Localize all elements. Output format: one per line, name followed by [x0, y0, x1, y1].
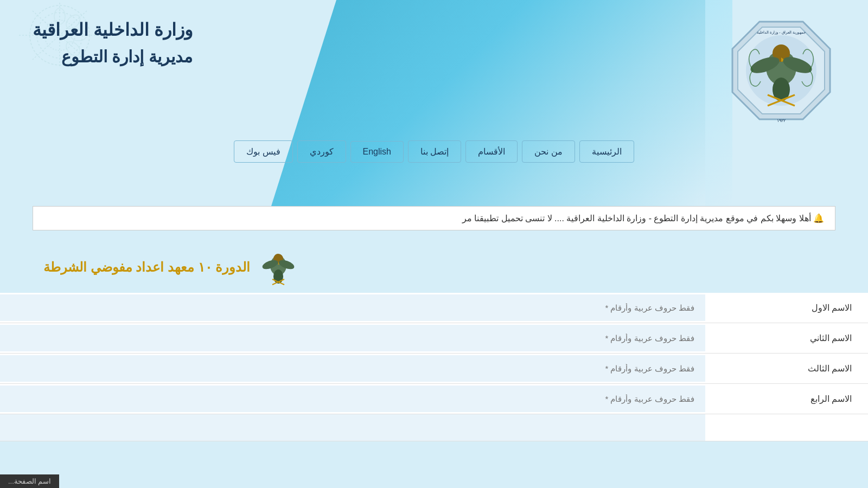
input-fifth-name[interactable] — [0, 414, 705, 441]
ministry-logo: ١٩٢٢ جمهورية العراق - وزارة الداخلية — [727, 16, 835, 130]
label-second-name: الاسم الثاني — [705, 323, 868, 353]
status-text: اسم الصفحة... — [8, 477, 51, 485]
label-fifth-name — [705, 418, 868, 438]
input-first-name[interactable] — [0, 294, 705, 321]
svg-text:جمهورية العراق - وزارة الداخلي: جمهورية العراق - وزارة الداخلية — [757, 30, 805, 35]
svg-text:١٩٢٢: ١٩٢٢ — [777, 118, 786, 123]
nav-item-kurdish[interactable]: كوردي — [297, 140, 346, 163]
ticker-text: 🔔 أهلا وسهلا بكم في موقع مديرية إدارة ال… — [462, 213, 824, 223]
logo-area: ١٩٢٢ جمهورية العراق - وزارة الداخلية — [727, 16, 835, 132]
navbar: الرئيسية من نحن الأقسام إتصل بنا English… — [0, 132, 868, 171]
label-third-name: الاسم الثالث — [705, 354, 868, 383]
form-area: الاسم الاول الاسم الثاني الاسم الثالث ال… — [0, 293, 868, 441]
nav-item-contact[interactable]: إتصل بنا — [408, 140, 461, 163]
title-line1: وزارة الداخلية العراقية — [33, 16, 193, 44]
form-row-fourth-name: الاسم الرابع — [0, 384, 868, 414]
nav-item-about[interactable]: من نحن — [522, 140, 575, 163]
nav-item-english[interactable]: English — [350, 141, 404, 163]
section-title-bar: الدورة ١٠ معهد اعداد مفوضي الشرطة — [0, 241, 868, 293]
header-title-block: وزارة الداخلية العراقية مديرية إدارة الت… — [33, 16, 193, 70]
status-bar: اسم الصفحة... — [0, 474, 59, 488]
section-eagle-icon — [258, 247, 299, 287]
input-third-name[interactable] — [0, 355, 705, 382]
nav-item-sections[interactable]: الأقسام — [465, 140, 518, 163]
form-row-third-name: الاسم الثالث — [0, 354, 868, 384]
input-fourth-name[interactable] — [0, 386, 705, 412]
form-row-fifth-name — [0, 414, 868, 441]
header-wrapper: ١٩٢٢ جمهورية العراق - وزارة الداخلية وزا… — [0, 0, 868, 206]
nav-item-facebook[interactable]: فيس بوك — [234, 140, 292, 163]
form-row-second-name: الاسم الثاني — [0, 323, 868, 354]
ticker-bar: 🔔 أهلا وسهلا بكم في موقع مديرية إدارة ال… — [33, 206, 835, 230]
label-fourth-name: الاسم الرابع — [705, 384, 868, 414]
section-title-text: الدورة ١٠ معهد اعداد مفوضي الشرطة — [43, 260, 250, 275]
label-first-name: الاسم الاول — [705, 293, 868, 323]
nav-item-home[interactable]: الرئيسية — [579, 140, 634, 163]
form-row-first-name: الاسم الاول — [0, 293, 868, 323]
header-content: ١٩٢٢ جمهورية العراق - وزارة الداخلية وزا… — [0, 0, 868, 132]
title-line2: مديرية إدارة التطوع — [33, 44, 193, 70]
input-second-name[interactable] — [0, 325, 705, 351]
